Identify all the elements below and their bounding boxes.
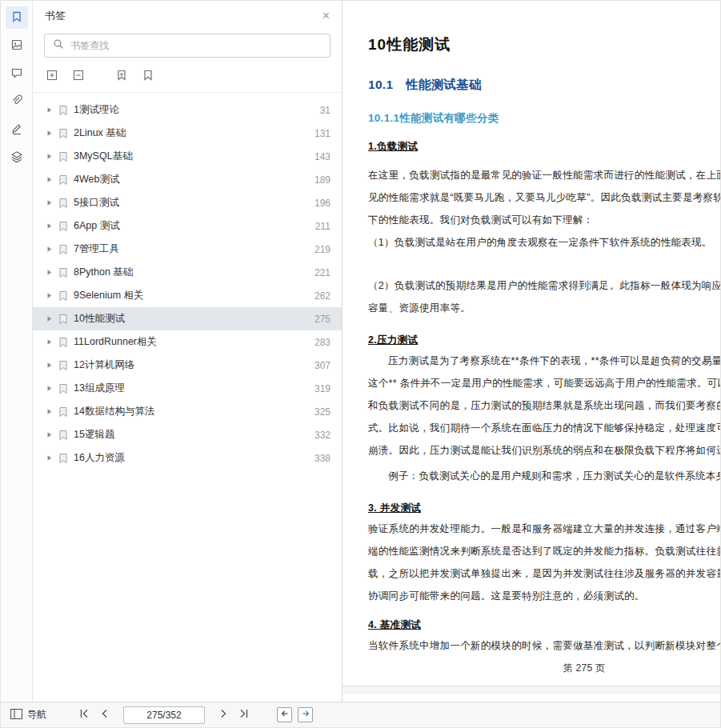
last-page-icon	[238, 708, 250, 722]
document-view[interactable]: 10性能测试10.1 性能测试基础10.1.1性能测试有哪些分类1.负载测试在这…	[342, 1, 720, 702]
bookmark-icon	[58, 174, 68, 186]
page-text-line: 在这里，负载测试指的是最常见的验证一般性能需求而进行的性能测试，在上面我们提到了…	[368, 164, 720, 186]
bookmark-item[interactable]: 9Selenium 相关 262	[33, 284, 342, 307]
bookmark-item[interactable]: 4Web测试 189	[33, 168, 342, 191]
bookmark-icon	[58, 198, 68, 209]
bookmark-label: 8Python 基础	[74, 266, 309, 279]
bookmark-item[interactable]: 3MySQL基础 143	[33, 145, 342, 168]
bookmark-label: 16人力资源	[74, 451, 309, 465]
page-number-input[interactable]	[123, 706, 205, 724]
expand-arrow-icon[interactable]	[46, 338, 53, 346]
last-page-button[interactable]	[234, 706, 254, 724]
bookmark-label: 5接口测试	[74, 196, 309, 210]
expand-arrow-icon[interactable]	[46, 362, 53, 369]
bookmark-item[interactable]: 10性能测试 275	[33, 307, 342, 330]
page-text-line: 例子：负载测试关心的是用户规则和需求，压力测试关心的是软件系统本身。	[368, 465, 720, 487]
bookmark-item[interactable]: 16人力资源 338	[33, 446, 342, 470]
previous-page-icon	[99, 708, 110, 722]
bookmarks-panel: 书签 ×	[33, 1, 342, 702]
bookmark-item[interactable]: 5接口测试 196	[33, 191, 342, 214]
signature-panel-button[interactable]	[6, 118, 28, 141]
expand-arrow-icon[interactable]	[46, 222, 53, 230]
expand-arrow-icon[interactable]	[46, 408, 53, 415]
page-text-line: 这个** 条件并不一定是用户的性能需求，可能要远远高于用户的性能需求。可以这样理…	[368, 372, 720, 394]
bookmark-label: 1测试理论	[74, 103, 314, 117]
bookmarks-toolbar	[33, 66, 342, 93]
expand-arrow-icon[interactable]	[46, 385, 53, 392]
page-text-line: 当软件系统中增加一个新的模块的时候，需要做基准测试，以判断新模块对整个软件系统的…	[368, 634, 720, 657]
page-break	[342, 686, 720, 694]
bookmark-item[interactable]: 2Linux 基础 131	[33, 122, 342, 145]
expand-arrow-icon[interactable]	[46, 454, 53, 462]
bookmark-label: 12计算机网络	[74, 358, 309, 372]
bookmark-item[interactable]: 14数据结构与算法 325	[33, 400, 342, 423]
bookmark-icon	[58, 221, 68, 232]
previous-page-button[interactable]	[94, 706, 115, 724]
expand-arrow-icon[interactable]	[46, 431, 53, 438]
bookmark-item[interactable]: 6App 测试 211	[33, 214, 342, 238]
expand-arrow-icon[interactable]	[46, 199, 53, 206]
page-text-line: 式。比如说，我们期待一个系统在面临压力的情况下能够保持稳定，处理速度可以变慢，但…	[368, 417, 720, 439]
layers-panel-button[interactable]	[6, 146, 28, 169]
bookmark-item[interactable]: 11LordRunner相关 283	[33, 330, 342, 354]
close-panel-icon[interactable]: ×	[322, 10, 330, 22]
bookmark-page-number: 131	[314, 128, 330, 139]
bookmark-item[interactable]: 1测试理论 31	[33, 98, 342, 122]
bookmark-item[interactable]: 7管理工具 219	[33, 238, 342, 261]
page-bold: 1.负载测试	[368, 137, 720, 156]
bookmark-list: 1测试理论 31 2Linux 基础 131 3MySQL基础 143 4Web…	[33, 93, 342, 702]
comments-panel-button[interactable]	[6, 62, 28, 85]
bookmark-icon	[58, 383, 68, 394]
forward-view-button[interactable]	[298, 707, 313, 722]
expand-arrow-icon[interactable]	[46, 106, 53, 114]
bookmark-item[interactable]: 13组成原理 319	[33, 377, 342, 400]
collapse-all-button[interactable]	[71, 69, 86, 83]
bookmark-label: 3MySQL基础	[74, 150, 309, 163]
expand-arrow-icon[interactable]	[46, 153, 53, 160]
page-text-line: 协调同步可能带来的问题。这是要特别注意的，必须测试的。	[368, 585, 720, 607]
bookmark-item[interactable]: 8Python 基础 221	[33, 261, 342, 284]
page-navigation	[74, 706, 254, 724]
first-page-button[interactable]	[74, 706, 94, 724]
expand-arrow-icon[interactable]	[46, 246, 53, 253]
bookmark-icon	[58, 314, 68, 325]
bookmark-flag-icon	[142, 69, 154, 84]
expand-all-button[interactable]	[45, 69, 59, 83]
expand-arrow-icon[interactable]	[46, 269, 53, 276]
collapse-all-icon	[72, 69, 85, 84]
bookmark-page-number: 211	[315, 221, 330, 232]
bookmark-flag-button[interactable]	[141, 69, 155, 83]
navigation-panel-icon	[10, 709, 22, 722]
bookmark-icon	[58, 105, 68, 116]
expand-arrow-icon[interactable]	[46, 315, 53, 322]
forward-view-icon	[301, 709, 310, 721]
back-view-button[interactable]	[277, 707, 292, 722]
search-icon	[53, 38, 64, 53]
bookmark-item[interactable]: 12计算机网络 307	[33, 354, 342, 377]
page-text-line: （2）负载测试的预期结果是用户的性能需求得到满足。此指标一般体现为响应时间、交易…	[368, 274, 720, 297]
bookmark-item[interactable]: 15逻辑题 332	[33, 423, 342, 446]
bookmarks-panel-button[interactable]	[6, 6, 28, 29]
bookmark-search-input[interactable]	[70, 40, 322, 51]
thumbnails-icon	[10, 38, 23, 54]
thumbnails-panel-button[interactable]	[6, 34, 28, 57]
expand-arrow-icon[interactable]	[46, 130, 53, 137]
first-page-icon	[78, 708, 90, 722]
expand-arrow-icon[interactable]	[46, 176, 53, 183]
page-text-line: 验证系统的并发处理能力。一般是和服务器端建立大量的并发连接，通过客户端的响应时间…	[368, 518, 720, 540]
page-bold: 4. 基准测试	[368, 615, 720, 634]
back-view-icon	[280, 709, 290, 721]
bookmark-page-number: 338	[314, 453, 330, 464]
page-content: 10性能测试10.1 性能测试基础10.1.1性能测试有哪些分类1.负载测试在这…	[342, 1, 720, 686]
page-text-line: 崩溃。因此，压力测试是能让我们识别系统的弱点和在极限负载下程序将如何运行。	[368, 439, 720, 462]
main-row: 书签 ×	[1, 1, 720, 702]
expand-arrow-icon[interactable]	[46, 292, 53, 299]
next-page-button[interactable]	[213, 706, 234, 724]
attachments-panel-button[interactable]	[6, 90, 28, 113]
bookmark-icon	[58, 406, 68, 418]
bookmark-page-number: 325	[314, 406, 330, 418]
navigation-panel-toggle[interactable]: 导航	[7, 708, 50, 722]
bookmark-search-box	[44, 34, 330, 58]
bookmark-page-number: 31	[320, 105, 330, 116]
add-bookmark-button[interactable]	[114, 69, 129, 83]
